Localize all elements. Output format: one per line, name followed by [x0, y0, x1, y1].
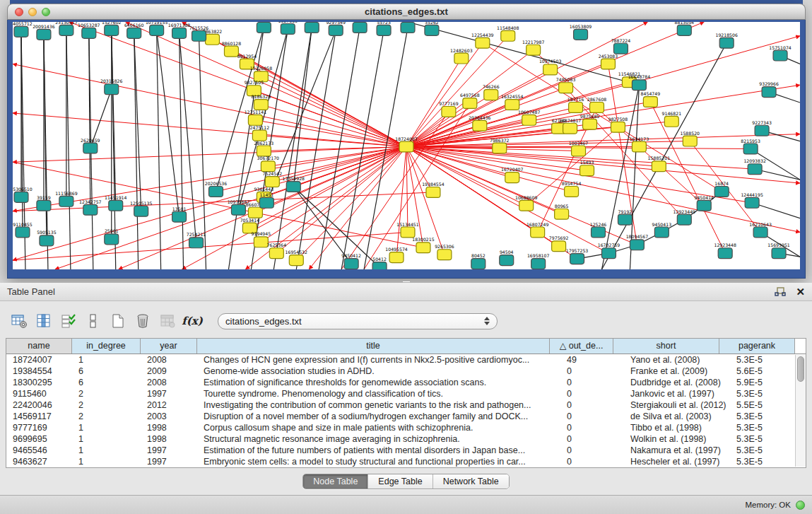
graph-node[interactable]: 1007467: [569, 141, 589, 156]
graph-node[interactable]: 7887224: [611, 38, 631, 54]
graph-node[interactable]: 39159: [37, 195, 51, 211]
function-builder-icon[interactable]: f(x): [183, 312, 201, 330]
table-row[interactable]: 1872400712008Changes of HCN gene express…: [6, 354, 806, 366]
graph-node[interactable]: 9227343: [752, 120, 772, 136]
graph-node[interactable]: 50412: [372, 257, 387, 269]
graph-node[interactable]: 1527602: [102, 22, 122, 35]
graph-node[interactable]: 79192: [618, 209, 632, 225]
table-row[interactable]: 2242004622012Investigating the contribut…: [6, 399, 806, 411]
graph-node[interactable]: 9875685: [580, 114, 600, 129]
column-header-year[interactable]: year: [141, 339, 197, 354]
graph-node[interactable]: 187716: [567, 97, 584, 112]
graph-node[interactable]: 1634173: [630, 136, 649, 152]
table-scrollbar[interactable]: [795, 355, 806, 467]
graph-node-label: 16782759: [598, 243, 620, 247]
column-header-title[interactable]: title: [197, 339, 550, 354]
new-table-icon[interactable]: [109, 312, 127, 330]
graph-node[interactable]: 9777169: [439, 101, 459, 117]
graph-node[interactable]: 2475112: [250, 125, 270, 141]
graph-node[interactable]: 2867608: [587, 97, 607, 112]
graph-node[interactable]: 35262: [425, 22, 439, 35]
table-row[interactable]: 1938455462009Genome-wide association stu…: [6, 366, 806, 377]
graph-node[interactable]: 2862173: [254, 141, 274, 156]
graph-node[interactable]: 8813048: [398, 22, 418, 33]
graph-node-label: 6466160: [124, 23, 144, 28]
graph-node[interactable]: 94504: [500, 250, 514, 265]
graph-node[interactable]: 9450413: [652, 222, 672, 238]
scrollbar-thumb[interactable]: [797, 356, 804, 382]
graph-node[interactable]: 8954754: [562, 181, 582, 197]
table-row[interactable]: 1456911722003Disruption of a novel membe…: [6, 411, 806, 422]
graph-node[interactable]: 2620659: [81, 138, 100, 153]
column-header-in_degree[interactable]: in_degree: [72, 339, 141, 354]
select-rows-icon[interactable]: [59, 312, 78, 330]
graph-node[interactable]: 5905135: [37, 230, 57, 245]
table-row[interactable]: 911546021997Tourette syndrome. Phenomeno…: [6, 388, 806, 399]
graph-node-label: 6497568: [460, 93, 480, 98]
graph-node[interactable]: 8813054: [675, 22, 695, 35]
float-panel-icon[interactable]: [775, 287, 786, 297]
graph-node[interactable]: 80452: [471, 253, 486, 269]
graph-node[interactable]: 9146821: [662, 111, 682, 127]
graph-node[interactable]: 7154640: [302, 22, 322, 33]
window-titlebar[interactable]: citations_edges.txt: [7, 4, 806, 20]
table-row[interactable]: 977716911998Corpus callosum shape and si…: [6, 422, 806, 433]
table-selector[interactable]: citations_edges.txt: [218, 313, 498, 329]
graph-node[interactable]: 5672341: [350, 22, 370, 33]
graph-node[interactable]: 11451: [259, 192, 273, 208]
graph-node[interactable]: 16874: [714, 181, 729, 197]
graph-node[interactable]: 125246: [590, 222, 607, 238]
graph-node[interactable]: 8215953: [741, 139, 760, 154]
table-options-icon[interactable]: [10, 312, 28, 330]
minimize-window-button[interactable]: [28, 8, 37, 16]
graph-node[interactable]: 9297549: [326, 22, 346, 35]
graph-node[interactable]: 8186328: [252, 94, 271, 110]
graph-node[interactable]: 9450412: [341, 253, 361, 269]
graph-node[interactable]: 7254211: [187, 232, 206, 247]
table-row[interactable]: 946362711997Embryonic stem cells: a mode…: [6, 456, 806, 467]
close-window-button[interactable]: [15, 8, 23, 16]
graph-node[interactable]: 13501: [172, 206, 187, 222]
graph-node-label: 9361443: [254, 187, 274, 192]
column-header-out_degree[interactable]: △ out_de...: [550, 339, 613, 354]
graph-node[interactable]: 9265306: [435, 244, 454, 259]
graph-node[interactable]: 7986372: [490, 138, 510, 153]
zoom-window-button[interactable]: [42, 8, 50, 16]
graph-node[interactable]: 6497568: [460, 93, 480, 108]
graph-node[interactable]: 7615526: [189, 25, 209, 41]
graph-node[interactable]: 6466160: [124, 23, 144, 38]
import-table-icon[interactable]: [158, 312, 177, 330]
column-header-short[interactable]: short: [613, 339, 719, 354]
column-header-pagerank[interactable]: pagerank: [719, 339, 795, 354]
cell-name: 9465546: [6, 445, 72, 456]
table-row[interactable]: 1830029562008Estimation of significance …: [6, 377, 806, 388]
network-canvas[interactable]: 18724007 7863822 8860128 8912954 1522605…: [13, 22, 800, 269]
graph-node[interactable]: 55723: [377, 22, 391, 35]
panel-divider-grip[interactable]: [403, 279, 410, 282]
graph-node[interactable]: 8454749: [641, 91, 661, 107]
graph-node[interactable]: 9110455: [13, 222, 33, 238]
graph-node[interactable]: 7524542: [263, 171, 283, 187]
graph-node[interactable]: 7625364: [267, 243, 287, 258]
graph-node[interactable]: 7485083: [556, 77, 576, 93]
close-panel-icon[interactable]: ✕: [796, 286, 805, 297]
show-column-icon[interactable]: [35, 312, 53, 330]
graph-node[interactable]: 9450414: [694, 195, 714, 211]
table-row[interactable]: 946554611997Estimation of the future num…: [6, 445, 806, 456]
graph-node[interactable]: 15493: [580, 160, 594, 175]
graph-node[interactable]: 80965: [555, 204, 569, 219]
graph-node[interactable]: 2453083: [599, 54, 618, 69]
graph-node[interactable]: 9329966: [759, 81, 779, 97]
tab-network-table[interactable]: Network Table: [433, 474, 509, 489]
tab-edge-table[interactable]: Edge Table: [368, 474, 433, 489]
column-header-name[interactable]: name: [6, 339, 72, 354]
graph-node[interactable]: 1588520: [681, 131, 700, 146]
graph-node[interactable]: 25001: [105, 228, 119, 244]
graph-node[interactable]: 746266: [483, 84, 500, 100]
tab-node-table[interactable]: Node Table: [303, 474, 368, 489]
row-height-icon[interactable]: [84, 312, 102, 330]
table-row[interactable]: 969969511998Structural magnetic resonanc…: [6, 433, 806, 445]
delete-table-icon[interactable]: [134, 312, 152, 330]
cell-year: 2008: [141, 354, 197, 366]
graph-node[interactable]: 9827508: [608, 117, 628, 132]
